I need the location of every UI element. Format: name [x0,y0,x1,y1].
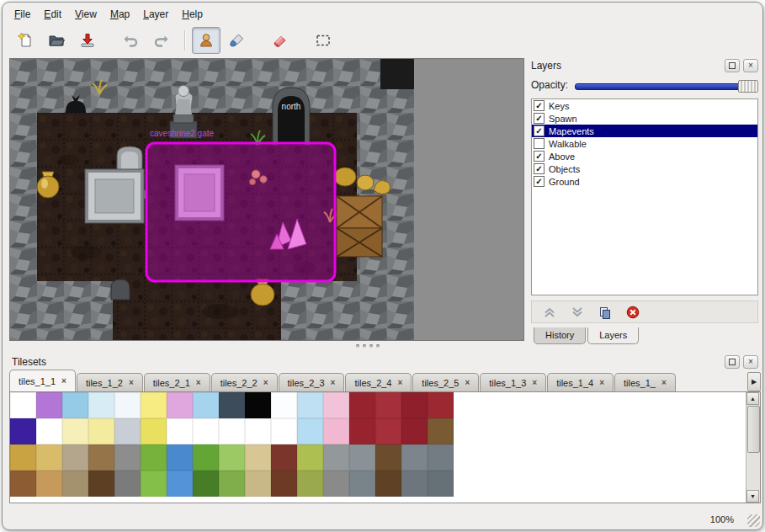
palette-tile[interactable] [375,444,401,471]
palette-tile[interactable] [271,444,297,471]
layer-visible-checkbox[interactable]: ✓ [534,125,545,136]
scrollbar-thumb[interactable] [747,406,760,453]
tileset-tab-tiles_1_4[interactable]: tiles_1_4× [547,373,614,391]
save-button[interactable] [73,27,102,54]
palette-tile[interactable] [245,418,271,444]
tileset-tab-tiles_1_1[interactable]: tiles_1_1× [9,370,76,391]
brush-tool-button[interactable] [223,27,252,54]
tab-close-icon[interactable]: × [196,378,201,387]
resize-grip[interactable] [747,514,760,527]
tab-close-icon[interactable]: × [129,378,134,387]
palette-tile[interactable] [297,392,323,418]
character-stamp-tool-button[interactable] [192,27,220,54]
opacity-slider-track[interactable] [575,83,757,90]
layer-visible-checkbox[interactable]: ✓ [534,113,545,124]
palette-tile[interactable] [10,392,36,418]
palette-tile[interactable] [36,471,62,497]
palette-tile[interactable] [401,418,428,444]
palette-tile[interactable] [428,392,454,418]
palette-tile[interactable] [297,444,323,471]
layer-row-walkable[interactable]: Walkable [532,137,757,150]
palette-scrollbar[interactable]: ▲ ▼ [746,392,760,503]
scroll-up-button[interactable]: ▲ [746,392,759,405]
menu-file[interactable]: File [8,6,37,23]
palette-tile[interactable] [141,444,167,471]
tab-history[interactable]: History [534,327,586,344]
palette-tile[interactable] [141,471,167,497]
layer-row-keys[interactable]: ✓Keys [532,99,757,112]
palette-tile[interactable] [114,471,141,497]
layers-dock-float-button[interactable] [725,59,740,72]
tileset-tab-tiles_2_5[interactable]: tiles_2_5× [412,373,479,391]
tilesets-dock-close-button[interactable]: × [743,355,758,369]
menu-help[interactable]: Help [175,6,210,23]
rect-select-tool-button[interactable] [309,27,337,54]
layer-visible-checkbox[interactable]: ✓ [534,163,545,174]
layer-row-above[interactable]: ✓Above [532,150,757,162]
palette-tile[interactable] [375,392,401,418]
layer-visible-checkbox[interactable]: ✓ [534,100,545,111]
tab-close-icon[interactable]: × [532,378,537,387]
palette-tile[interactable] [10,471,36,497]
palette-tile[interactable] [62,471,88,497]
palette-tile[interactable] [245,392,271,418]
palette-tile[interactable] [297,418,323,444]
palette-tile[interactable] [401,444,428,471]
layer-row-mapevents[interactable]: ✓Mapevents [532,125,757,137]
tab-close-icon[interactable]: × [61,376,66,386]
palette-tile[interactable] [114,418,141,444]
menu-layer[interactable]: Layer [136,6,175,23]
tab-close-icon[interactable]: × [331,378,336,387]
palette-tile[interactable] [10,444,36,471]
palette-tile[interactable] [401,392,428,418]
palette-tile[interactable] [323,444,349,471]
palette-tile[interactable] [428,418,454,444]
palette-tile[interactable] [193,471,219,497]
tab-close-icon[interactable]: × [398,378,403,387]
palette-tile[interactable] [219,418,245,444]
palette-tile[interactable] [141,418,167,444]
layer-delete-button[interactable] [625,305,640,320]
menu-view[interactable]: View [68,6,104,23]
palette-tile[interactable] [375,418,401,444]
tab-close-icon[interactable]: × [465,378,470,387]
opacity-slider[interactable] [575,79,758,92]
redo-button[interactable] [147,27,176,54]
palette-tile[interactable] [271,392,297,418]
tileset-tab-tiles_1_3[interactable]: tiles_1_3× [480,373,546,391]
scroll-down-button[interactable]: ▼ [746,490,759,503]
tileset-palette[interactable]: ▲ ▼ [9,391,761,503]
layer-row-objects[interactable]: ✓Objects [532,162,757,175]
palette-tile[interactable] [36,444,62,471]
palette-tile[interactable] [193,418,219,444]
palette-tile[interactable] [323,418,349,444]
palette-tile[interactable] [36,418,62,444]
palette-tile[interactable] [271,418,297,444]
palette-tile[interactable] [428,471,454,497]
tab-close-icon[interactable]: × [599,378,604,387]
palette-tile[interactable] [245,471,271,497]
palette-tile[interactable] [219,444,245,471]
palette-tile[interactable] [167,471,193,497]
opacity-slider-handle[interactable] [738,80,758,93]
palette-tile[interactable] [193,444,219,471]
palette-tile[interactable] [375,471,401,497]
menu-edit[interactable]: Edit [37,6,68,23]
layer-visible-checkbox[interactable]: ✓ [534,151,545,162]
tab-layers[interactable]: Layers [587,327,639,344]
tab-close-icon[interactable]: × [661,378,667,387]
open-button[interactable] [42,27,71,54]
tileset-tab-tiles_2_1[interactable]: tiles_2_1× [144,373,210,391]
tileset-tab-tiles_2_3[interactable]: tiles_2_3× [279,373,345,391]
menu-map[interactable]: Map [104,6,136,23]
palette-tile[interactable] [88,418,114,444]
selection-rect[interactable] [146,143,335,281]
palette-tile[interactable] [167,444,193,471]
palette-tile[interactable] [349,418,375,444]
layer-row-spawn[interactable]: ✓Spawn [532,112,757,125]
palette-tile[interactable] [88,392,114,418]
palette-tile[interactable] [141,392,167,418]
eraser-tool-button[interactable] [266,27,295,54]
tileset-tab-tiles_1_2[interactable]: tiles_1_2× [77,373,143,391]
palette-tile[interactable] [401,471,428,497]
